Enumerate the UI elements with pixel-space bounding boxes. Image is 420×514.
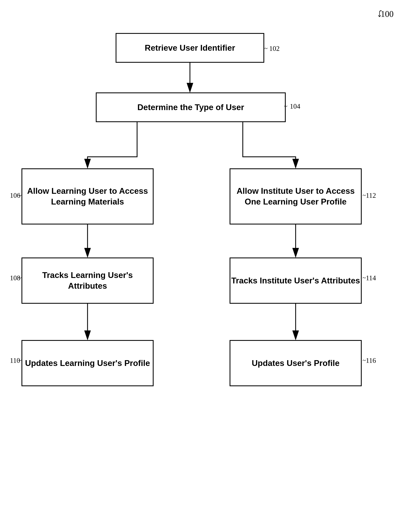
box-allow-institute-label: Allow Institute User to Access One Learn… [230, 186, 361, 207]
box-retrieve: Retrieve User Identifier [116, 33, 264, 63]
box-retrieve-label: Retrieve User Identifier [145, 43, 235, 53]
box-determine: Determine the Type of User [96, 92, 286, 122]
box-determine-label: Determine the Type of User [137, 102, 244, 113]
diagram-container: 100 ⤵ Retrieve User Identifier 102 ~ Det… [0, 0, 420, 514]
box-allow-learning-label: Allow Learning User to Access Learning M… [22, 186, 153, 207]
box-tracks-institute-label: Tracks Institute User's Attributes [231, 275, 360, 286]
ref-102: 102 [269, 44, 280, 52]
ref-112: 112 [366, 191, 376, 199]
box-tracks-institute: Tracks Institute User's Attributes [230, 257, 362, 304]
tilde-110: ~ [18, 357, 22, 364]
box-allow-learning: Allow Learning User to Access Learning M… [22, 168, 154, 225]
tilde-114: ~ [362, 274, 366, 281]
arrows-svg [0, 0, 420, 514]
ref-100: 100 [381, 9, 394, 19]
box-updates-learning: Updates Learning User's Profile [22, 340, 154, 386]
box-updates-user: Updates User's Profile [230, 340, 362, 386]
ref-114: 114 [366, 274, 376, 282]
tilde-104: ~ [284, 102, 288, 110]
box-updates-learning-label: Updates Learning User's Profile [25, 358, 150, 369]
tilde-102: ~ [264, 44, 268, 52]
tilde-108: ~ [18, 274, 22, 281]
box-tracks-learning: Tracks Learning User's Attributes [22, 257, 154, 304]
ref-116: 116 [366, 357, 376, 364]
tilde-100: ⤵ [378, 9, 382, 19]
ref-104: 104 [290, 102, 300, 110]
tilde-112: ~ [362, 191, 366, 199]
box-tracks-learning-label: Tracks Learning User's Attributes [22, 270, 153, 291]
box-allow-institute: Allow Institute User to Access One Learn… [230, 168, 362, 225]
tilde-116: ~ [362, 357, 366, 364]
box-updates-user-label: Updates User's Profile [252, 358, 340, 369]
